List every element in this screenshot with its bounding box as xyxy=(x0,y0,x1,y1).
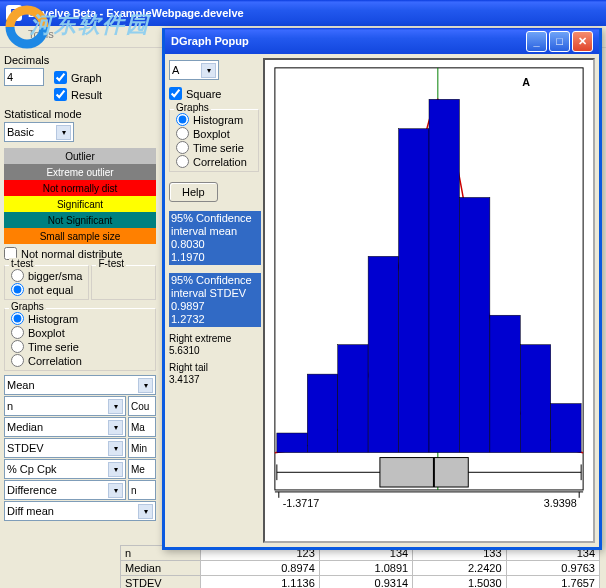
popup-time-radio[interactable]: Time serie xyxy=(172,141,256,154)
n-dropdown[interactable]: n▾ xyxy=(4,396,126,416)
cou-cell: Cou xyxy=(128,396,156,416)
right-tail-label: Right tail xyxy=(169,362,259,373)
right-extreme-label: Right extreme xyxy=(169,333,259,344)
ttest-notequal-radio[interactable]: not equal xyxy=(7,283,86,296)
graph-time-radio[interactable]: Time serie xyxy=(7,340,153,353)
popup-box-radio[interactable]: Boxplot xyxy=(172,127,256,140)
svg-rect-3 xyxy=(307,374,337,453)
right-extreme-val: 5.6310 xyxy=(169,345,259,356)
svg-rect-2 xyxy=(277,433,307,453)
graph-popup: D Graph Popup _ □ ✕ A▾ Square Graphs His… xyxy=(162,28,602,550)
stat-mode-label: Statistical mode xyxy=(4,108,156,120)
x-min-label: -1.3717 xyxy=(283,497,320,509)
popup-icon: D xyxy=(171,35,179,47)
square-checkbox[interactable]: Square xyxy=(169,86,259,101)
mean-dropdown[interactable]: Mean▾ xyxy=(4,375,156,395)
graph-hist-radio[interactable]: Histogram xyxy=(7,312,153,325)
minimize-button[interactable]: _ xyxy=(526,31,547,52)
x-max-label: 3.9398 xyxy=(544,497,577,509)
watermark-text: 河东软件园 xyxy=(30,10,150,40)
legend-outlier: Outlier xyxy=(4,148,156,164)
popup-corr-radio[interactable]: Correlation xyxy=(172,155,256,168)
min-cell: Min xyxy=(128,438,156,458)
ttest-bigger-radio[interactable]: bigger/sma xyxy=(7,269,86,282)
svg-rect-5 xyxy=(368,256,398,452)
decimals-input[interactable] xyxy=(4,68,44,86)
help-button[interactable]: Help xyxy=(169,182,218,202)
chevron-down-icon: ▾ xyxy=(56,125,71,140)
data-table: n123134133134 Median0.89741.08912.24200.… xyxy=(120,545,600,588)
median-dropdown[interactable]: Median▾ xyxy=(4,417,126,437)
graph-box-radio[interactable]: Boxplot xyxy=(7,326,153,339)
result-checkbox[interactable]: Result xyxy=(54,87,102,102)
me-cell: Me xyxy=(128,459,156,479)
popup-titlebar[interactable]: D Graph Popup _ □ ✕ xyxy=(165,28,599,54)
graph-corr-radio[interactable]: Correlation xyxy=(7,354,153,367)
legend-extreme: Extreme outlier xyxy=(4,164,156,180)
graphs-label: Graphs xyxy=(9,301,46,312)
svg-rect-6 xyxy=(399,129,429,453)
series-dropdown[interactable]: A▾ xyxy=(169,60,219,80)
svg-rect-9 xyxy=(490,315,520,452)
conf-mean-block[interactable]: 95% Confidence interval mean 0.8030 1.19… xyxy=(169,211,261,265)
legend-notnorm: Not normally dist xyxy=(4,180,156,196)
diffmean-dropdown[interactable]: Diff mean▾ xyxy=(4,501,156,521)
svg-rect-4 xyxy=(338,345,368,453)
graph-checkbox[interactable]: Graph xyxy=(54,70,102,85)
left-panel: Decimals Graph Result Statistical mode B… xyxy=(0,48,160,526)
svg-rect-10 xyxy=(520,345,550,453)
right-tail-val: 3.4137 xyxy=(169,374,259,385)
cpcpk-dropdown[interactable]: % Cp Cpk▾ xyxy=(4,459,126,479)
chart-series-label: A xyxy=(522,76,530,88)
svg-rect-11 xyxy=(551,404,581,453)
stdev-dropdown[interactable]: STDEV▾ xyxy=(4,438,126,458)
legend-notsig: Not Significant xyxy=(4,212,156,228)
table-row: Median0.89741.08912.24200.9763 xyxy=(121,561,600,576)
popup-graphs-label: Graphs xyxy=(174,102,211,113)
ftest-label: F-test xyxy=(96,258,126,269)
close-button[interactable]: ✕ xyxy=(572,31,593,52)
legend-sig: Significant xyxy=(4,196,156,212)
decimals-label: Decimals xyxy=(4,54,156,66)
popup-hist-radio[interactable]: Histogram xyxy=(172,113,256,126)
table-row: STDEV1.11360.93141.50301.7657 xyxy=(121,576,600,589)
ttest-label: t-test xyxy=(9,258,35,269)
legend-small: Small sample size xyxy=(4,228,156,244)
svg-rect-7 xyxy=(429,99,459,452)
svg-rect-13 xyxy=(380,458,468,487)
diff-dropdown[interactable]: Difference▾ xyxy=(4,480,126,500)
histogram-chart: A xyxy=(265,60,593,541)
dropdown-stack: Mean▾ n▾Cou Median▾Ma STDEV▾Min % Cp Cpk… xyxy=(4,375,156,521)
n-cell: n xyxy=(128,480,156,500)
maximize-button[interactable]: □ xyxy=(549,31,570,52)
legend: Outlier Extreme outlier Not normally dis… xyxy=(4,148,156,244)
conf-stdev-block[interactable]: 95% Confidence interval STDEV 0.9897 1.2… xyxy=(169,273,261,327)
ma-cell: Ma xyxy=(128,417,156,437)
chart-area: A xyxy=(263,58,595,543)
popup-left-panel: A▾ Square Graphs Histogram Boxplot Time … xyxy=(165,54,263,547)
popup-title: Graph Popup xyxy=(179,35,249,47)
stat-mode-dropdown[interactable]: Basic▾ xyxy=(4,122,74,142)
svg-rect-8 xyxy=(459,197,489,452)
